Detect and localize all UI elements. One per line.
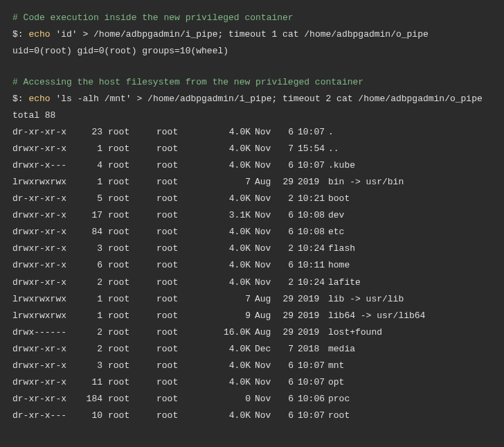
col-perm: lrwxrwxrwx bbox=[12, 308, 75, 324]
col-mon: Nov bbox=[255, 124, 277, 141]
col-name: lib64 -> usr/lib64 bbox=[328, 308, 425, 324]
col-name: home bbox=[328, 257, 350, 274]
col-own: root bbox=[108, 407, 156, 424]
col-day: 2 bbox=[277, 240, 298, 257]
col-mon: Aug bbox=[255, 308, 277, 324]
col-perm: drwxr-xr-x bbox=[12, 358, 75, 374]
col-perm: drwxr-xr-x bbox=[12, 374, 75, 391]
col-own: root bbox=[108, 391, 156, 407]
col-name: flash bbox=[328, 240, 355, 257]
col-size: 4.0K bbox=[212, 124, 255, 141]
listing-row: dr-xr-x---10rootroot4.0KNov610:07root bbox=[12, 407, 492, 424]
comment-line: # Code execution inside the new privileg… bbox=[12, 10, 492, 26]
col-links: 6 bbox=[75, 257, 108, 274]
col-links: 184 bbox=[75, 391, 108, 407]
col-day: 29 bbox=[277, 174, 298, 191]
col-day: 2 bbox=[277, 191, 298, 207]
col-size: 4.0K bbox=[212, 157, 255, 174]
col-grp: root bbox=[156, 391, 212, 407]
col-time: 10:07 bbox=[298, 124, 328, 141]
col-own: root bbox=[108, 257, 156, 274]
col-perm: drwxr-xr-x bbox=[12, 240, 75, 257]
col-size: 4.0K bbox=[212, 374, 255, 391]
col-day: 6 bbox=[277, 257, 298, 274]
listing-row: drwxr-xr-x3rootroot4.0KNov210:24flash bbox=[12, 240, 492, 257]
command-line: $: echo 'ls -alh /mnt' > /home/adbpgadmi… bbox=[12, 91, 492, 107]
col-perm: drwxr-x--- bbox=[12, 157, 75, 174]
col-time: 2019 bbox=[298, 291, 328, 308]
col-grp: root bbox=[156, 224, 212, 240]
col-time: 10:24 bbox=[298, 240, 328, 257]
command-line: $: echo 'id' > /home/adbpgadmin/i_pipe; … bbox=[12, 26, 492, 43]
col-name: root bbox=[328, 407, 350, 424]
listing-row: lrwxrwxrwx1rootroot9Aug292019lib64 -> us… bbox=[12, 308, 492, 324]
col-size: 4.0K bbox=[212, 341, 255, 358]
listing-row: drwxr-xr-x6rootroot4.0KNov610:11home bbox=[12, 257, 492, 274]
col-links: 5 bbox=[75, 191, 108, 207]
col-day: 7 bbox=[277, 341, 298, 358]
col-time: 2019 bbox=[298, 324, 328, 341]
col-mon: Nov bbox=[255, 191, 277, 207]
col-own: root bbox=[108, 240, 156, 257]
col-mon: Nov bbox=[255, 374, 277, 391]
listing-row: drwx------2rootroot16.0KAug292019lost+fo… bbox=[12, 324, 492, 341]
col-mon: Nov bbox=[255, 240, 277, 257]
col-name: . bbox=[328, 124, 334, 141]
output-line: uid=0(root) gid=0(root) groups=10(wheel) bbox=[12, 43, 492, 60]
col-name: lib -> usr/lib bbox=[328, 291, 404, 308]
col-perm: drwxr-xr-x bbox=[12, 207, 75, 224]
blank-line bbox=[12, 60, 492, 74]
command-args: 'id' > /home/adbpgadmin/i_pipe; timeout … bbox=[55, 29, 428, 40]
col-day: 6 bbox=[277, 358, 298, 374]
listing-row: dr-xr-xr-x184rootroot0Nov610:06proc bbox=[12, 391, 492, 407]
col-time: 2019 bbox=[298, 308, 328, 324]
col-name: proc bbox=[328, 391, 350, 407]
listing-row: drwxr-xr-x84rootroot4.0KNov610:08etc bbox=[12, 224, 492, 240]
col-time: 10:11 bbox=[298, 257, 328, 274]
col-own: root bbox=[108, 191, 156, 207]
listing-row: drwxr-xr-x11rootroot4.0KNov610:07opt bbox=[12, 374, 492, 391]
col-grp: root bbox=[156, 174, 212, 191]
col-grp: root bbox=[156, 324, 212, 341]
col-name: dev bbox=[328, 207, 344, 224]
col-links: 1 bbox=[75, 308, 108, 324]
col-day: 29 bbox=[277, 308, 298, 324]
col-grp: root bbox=[156, 141, 212, 157]
command: echo bbox=[28, 94, 50, 104]
col-size: 9 bbox=[212, 308, 255, 324]
listing-row: drwxr-xr-x17rootroot3.1KNov610:08dev bbox=[12, 207, 492, 224]
listing-row: drwxr-x---4rootroot4.0KNov610:07.kube bbox=[12, 157, 492, 174]
col-name: mnt bbox=[328, 358, 344, 374]
col-mon: Nov bbox=[255, 358, 277, 374]
col-grp: root bbox=[156, 407, 212, 424]
col-time: 2018 bbox=[298, 341, 328, 358]
col-name: .. bbox=[328, 141, 339, 157]
col-mon: Nov bbox=[255, 257, 277, 274]
col-name: lafite bbox=[328, 274, 361, 291]
col-grp: root bbox=[156, 274, 212, 291]
col-mon: Aug bbox=[255, 291, 277, 308]
col-size: 7 bbox=[212, 174, 255, 191]
col-grp: root bbox=[156, 374, 212, 391]
col-day: 29 bbox=[277, 291, 298, 308]
command-args: 'ls -alh /mnt' > /home/adbpgadmin/i_pipe… bbox=[55, 94, 482, 104]
col-perm: drwxr-xr-x bbox=[12, 141, 75, 157]
col-perm: drwxr-xr-x bbox=[12, 274, 75, 291]
col-mon: Nov bbox=[255, 407, 277, 424]
col-name: opt bbox=[328, 374, 344, 391]
listing-row: drwxr-xr-x3rootroot4.0KNov610:07mnt bbox=[12, 358, 492, 374]
col-perm: dr-xr-xr-x bbox=[12, 124, 75, 141]
col-day: 7 bbox=[277, 141, 298, 157]
col-time: 10:07 bbox=[298, 407, 328, 424]
col-grp: root bbox=[156, 291, 212, 308]
col-size: 4.0K bbox=[212, 240, 255, 257]
col-size: 4.0K bbox=[212, 191, 255, 207]
col-own: root bbox=[108, 157, 156, 174]
col-links: 23 bbox=[75, 124, 108, 141]
col-links: 3 bbox=[75, 240, 108, 257]
col-mon: Nov bbox=[255, 274, 277, 291]
col-links: 10 bbox=[75, 407, 108, 424]
col-perm: lrwxrwxrwx bbox=[12, 174, 75, 191]
col-own: root bbox=[108, 341, 156, 358]
col-perm: dr-xr-x--- bbox=[12, 407, 75, 424]
